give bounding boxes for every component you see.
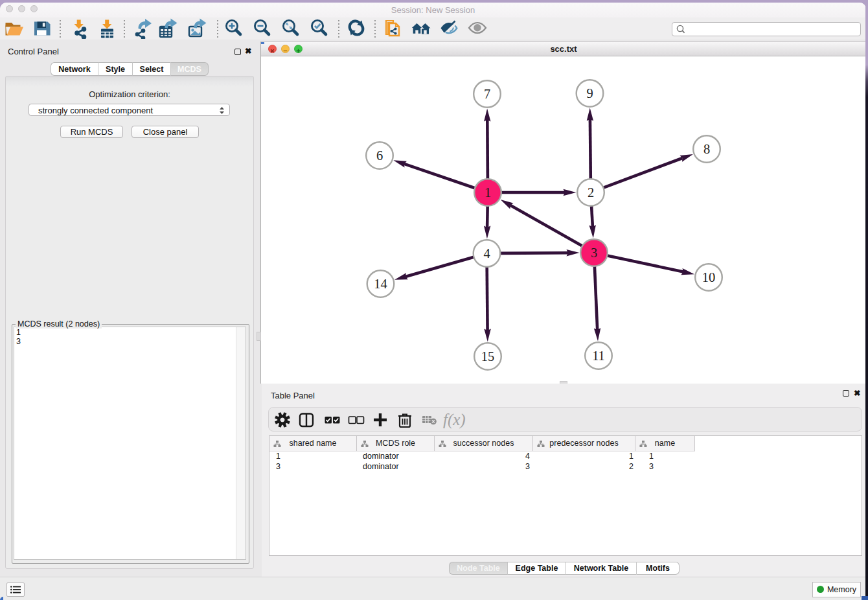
svg-text:4: 4	[483, 246, 490, 260]
svg-text:14: 14	[374, 277, 387, 291]
svg-text:11: 11	[592, 349, 605, 363]
svg-text:3: 3	[591, 246, 597, 260]
svg-text:f(x): f(x)	[443, 411, 466, 429]
svg-text:8: 8	[703, 142, 710, 156]
svg-text:15: 15	[481, 349, 495, 363]
svg-text:6: 6	[376, 148, 383, 163]
svg-text:2: 2	[588, 185, 594, 200]
svg-text:10: 10	[702, 270, 716, 284]
svg-text:9: 9	[586, 86, 593, 100]
svg-text:1: 1	[485, 185, 491, 200]
svg-text:7: 7	[484, 87, 490, 101]
